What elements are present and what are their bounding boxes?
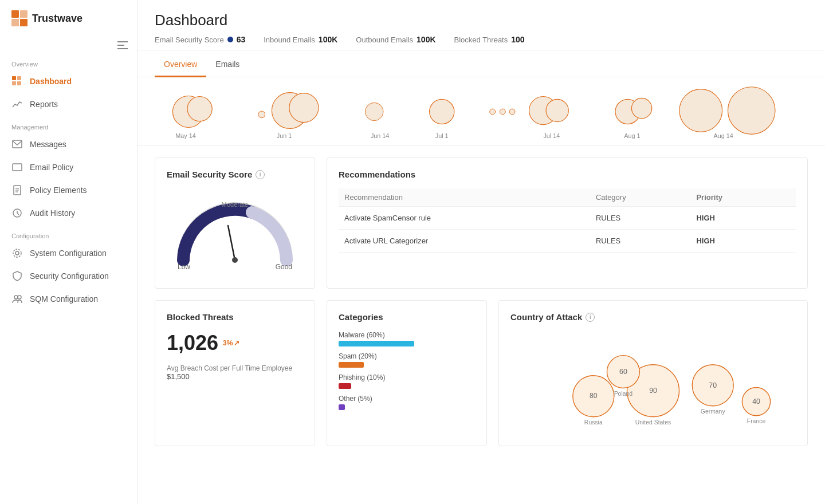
list-item: Spam (20%) [339, 352, 475, 368]
country-chart: 80Russia90United States70Germany60Poland… [510, 331, 796, 434]
svg-point-38 [679, 89, 722, 132]
dashboard-row-2: Blocked Threats 1,026 3% ↗ Avg Breach Co… [138, 300, 825, 458]
svg-point-48 [232, 257, 238, 263]
cat-label: Other (5%) [339, 395, 475, 403]
sidebar-item-sqm-config[interactable]: SQM Configuration [0, 288, 137, 310]
bubble-timeline: May 14 Jun 1 Jun 14 Jul 1 Jul 14 Aug 1 A… [138, 77, 825, 146]
svg-point-37 [631, 98, 651, 118]
svg-rect-1 [20, 10, 28, 18]
categories-bars: Malware (60%) Spam (20%) Phishing (10%) … [339, 331, 475, 410]
sidebar-item-audit-history[interactable]: Audit History [0, 202, 137, 225]
list-item: Phishing (10%) [339, 373, 475, 389]
categories-title: Categories [339, 312, 475, 322]
svg-point-33 [509, 109, 515, 115]
sidebar-item-reports[interactable]: Reports [0, 93, 137, 116]
svg-point-31 [490, 109, 496, 115]
svg-line-19 [17, 213, 19, 215]
configuration-section-label: Configuration [0, 225, 137, 242]
svg-point-26 [258, 111, 265, 118]
menu-icon[interactable] [117, 41, 128, 49]
svg-text:May 14: May 14 [175, 132, 195, 139]
tab-emails[interactable]: Emails [206, 53, 249, 77]
list-item: Malware (60%) [339, 331, 475, 346]
recommendations-table: Recommendation Category Priority Activat… [339, 188, 796, 253]
svg-point-22 [14, 296, 18, 299]
audit-history-icon [11, 207, 23, 219]
sidebar-item-system-config[interactable]: System Configuration [0, 242, 137, 265]
audit-history-label: Audit History [30, 208, 75, 218]
svg-text:United States: United States [635, 419, 671, 426]
policy-elements-icon [11, 184, 23, 196]
svg-text:90: 90 [649, 387, 657, 395]
logo: Trustwave [0, 0, 137, 37]
security-config-icon [11, 270, 23, 282]
reports-label: Reports [30, 100, 58, 109]
svg-rect-10 [17, 81, 21, 85]
stat-value-ess: 63 [237, 35, 246, 44]
svg-rect-3 [20, 19, 28, 26]
svg-rect-7 [12, 76, 16, 80]
country-bubbles-svg: 80Russia90United States70Germany60Poland… [510, 331, 796, 434]
svg-text:70: 70 [709, 381, 717, 389]
cat-label: Malware (60%) [339, 331, 475, 339]
main-content: Dashboard Email Security Score 63 Inboun… [138, 0, 825, 504]
sidebar-item-security-config[interactable]: Security Configuration [0, 265, 137, 288]
stat-inbound-emails: Inbound Emails 100K [264, 35, 337, 44]
gauge-low-label: Low [178, 263, 190, 271]
list-item: Other (5%) [339, 395, 475, 410]
stat-email-security-score: Email Security Score 63 [155, 35, 245, 44]
system-config-icon [11, 247, 23, 259]
rec-cell-category: RULES [590, 207, 691, 230]
table-row: Activate SpamCensor rule RULES HIGH [339, 207, 796, 230]
svg-rect-9 [12, 81, 16, 85]
stat-label-inbound: Inbound Emails [264, 36, 315, 44]
ess-info-icon[interactable]: i [256, 170, 265, 179]
rec-col-header-category: Category [590, 188, 691, 207]
brand-name: Trustwave [32, 13, 82, 25]
rec-cell-category: RULES [590, 230, 691, 253]
overview-section-label: Overview [0, 54, 137, 70]
sidebar-item-policy-elements[interactable]: Policy Elements [0, 179, 137, 202]
blocked-threats-title: Blocked Threats [167, 312, 303, 322]
gauge-svg: Moderate [172, 194, 298, 269]
rec-cell-recommendation: Activate SpamCensor rule [339, 207, 590, 230]
recommendations-table-container[interactable]: Recommendation Category Priority Activat… [339, 188, 796, 253]
management-section-label: Management [0, 116, 137, 133]
trustwave-logo-icon [11, 10, 28, 26]
stat-value-outbound: 100K [417, 35, 435, 44]
reports-icon [11, 99, 23, 110]
svg-point-39 [728, 87, 775, 135]
tab-bar: Overview Emails [138, 53, 825, 77]
tab-overview[interactable]: Overview [155, 53, 206, 77]
sidebar-item-messages[interactable]: Messages [0, 133, 137, 156]
stat-label-blocked: Blocked Threats [454, 36, 508, 44]
rec-card-title: Recommendations [339, 170, 796, 179]
gauge-container: Moderate Low Good [167, 188, 303, 277]
svg-rect-6 [117, 48, 128, 49]
dashboard-label: Dashboard [30, 77, 72, 86]
sidebar: Trustwave Overview Dashboard Reports M [0, 0, 138, 504]
dashboard-icon [11, 76, 23, 87]
svg-point-29 [366, 103, 383, 120]
svg-text:France: France [747, 418, 766, 424]
sidebar-item-email-policy[interactable]: Email Policy [0, 156, 137, 179]
stat-outbound-emails: Outbound Emails 100K [356, 35, 435, 44]
svg-text:Aug 1: Aug 1 [624, 132, 640, 139]
svg-rect-8 [17, 76, 21, 80]
email-policy-label: Email Policy [30, 163, 73, 172]
svg-point-35 [546, 99, 568, 121]
table-row: Activate URL Categorizer RULES HIGH [339, 230, 796, 253]
gauge-labels: Low Good [178, 263, 292, 271]
email-policy-icon [11, 162, 23, 173]
categories-card: Categories Malware (60%) Spam (20%) Phis… [327, 300, 487, 446]
svg-point-20 [15, 251, 19, 255]
svg-point-28 [289, 93, 319, 123]
svg-text:Poland: Poland [614, 391, 633, 397]
main-header: Dashboard Email Security Score 63 Inboun… [138, 0, 825, 50]
country-attack-info-icon[interactable]: i [586, 313, 595, 322]
svg-point-30 [430, 99, 454, 124]
svg-text:Jun 14: Jun 14 [371, 132, 389, 139]
sidebar-toggle[interactable] [0, 37, 137, 54]
sidebar-item-dashboard[interactable]: Dashboard [0, 70, 137, 93]
svg-line-47 [228, 226, 235, 260]
